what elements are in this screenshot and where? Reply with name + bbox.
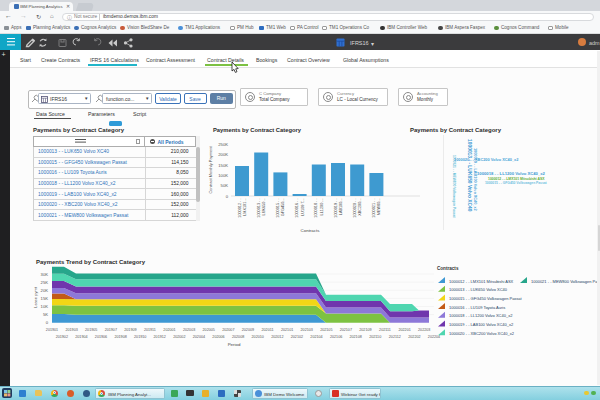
svg-text:202010: 202010 bbox=[252, 335, 264, 339]
svg-text:100K: 100K bbox=[218, 173, 228, 178]
svg-text:202104: 202104 bbox=[310, 335, 322, 339]
svg-text:202005: 202005 bbox=[203, 328, 215, 332]
svg-text:202012: 202012 bbox=[271, 335, 283, 339]
svg-text:202109: 202109 bbox=[359, 328, 371, 332]
svg-text:1000018 - .: 1000018 - . bbox=[314, 199, 318, 218]
svg-text:0: 0 bbox=[46, 320, 49, 325]
svg-text:Period: Period bbox=[228, 342, 241, 347]
svg-text:202101: 202101 bbox=[281, 328, 293, 332]
svg-text:30K: 30K bbox=[41, 272, 49, 277]
svg-text:5K: 5K bbox=[43, 312, 48, 317]
svg-text:1000015 - - GFG450 Volkswagen: 1000015 - - GFG450 Volkswagen Passat bbox=[449, 296, 523, 301]
svg-text:25K: 25K bbox=[41, 280, 49, 285]
svg-text:0: 0 bbox=[226, 194, 229, 199]
svg-text:1000015 - .: 1000015 - . bbox=[276, 199, 280, 218]
svg-text:LL1200 ...: LL1200 ... bbox=[320, 199, 324, 216]
svg-text:1000019 - .: 1000019 - . bbox=[334, 199, 338, 218]
svg-text:202112: 202112 bbox=[389, 335, 401, 339]
svg-text:201905: 201905 bbox=[85, 328, 97, 332]
svg-text:10K: 10K bbox=[41, 304, 49, 309]
svg-text:202111: 202111 bbox=[379, 328, 391, 332]
svg-text:15K: 15K bbox=[41, 296, 49, 301]
svg-text:201904: 201904 bbox=[75, 335, 87, 339]
svg-text:1000016 - .: 1000016 - . bbox=[295, 199, 299, 218]
svg-text:Lease pymt: Lease pymt bbox=[33, 286, 38, 308]
svg-text:201901: 201901 bbox=[46, 328, 58, 332]
svg-text:201908: 201908 bbox=[114, 335, 126, 339]
svg-text:202108: 202108 bbox=[349, 335, 361, 339]
svg-text:202004: 202004 bbox=[193, 335, 205, 339]
svg-text:1000020 - - XBC200 Volvo XC40_: 1000020 - - XBC200 Volvo XC40_x2 bbox=[449, 331, 515, 336]
svg-text:201906: 201906 bbox=[95, 335, 107, 339]
svg-text:1000019 - - LAB100 Volvo XC40_: 1000019 - - LAB100 Volvo XC40_x2 bbox=[449, 322, 514, 327]
svg-text:201902: 201902 bbox=[56, 335, 68, 339]
svg-text:1000021 - - MEW800 Volkswagen: 1000021 - - MEW800 Volkswagen Passat bbox=[531, 279, 600, 284]
svg-text:GFG450...: GFG450... bbox=[281, 199, 285, 217]
svg-text:1000021 - .: 1000021 - . bbox=[372, 199, 376, 218]
svg-text:1000018 - - LL1200 Volvo XC40_: 1000018 - - LL1200 Volvo XC40_x2 bbox=[449, 313, 513, 318]
svg-text:202107: 202107 bbox=[340, 328, 352, 332]
svg-text:202006: 202006 bbox=[212, 335, 224, 339]
svg-text:202002: 202002 bbox=[173, 335, 185, 339]
svg-text:202201: 202201 bbox=[398, 328, 410, 332]
svg-text:202105: 202105 bbox=[320, 328, 332, 332]
svg-text:202011: 202011 bbox=[261, 328, 273, 332]
svg-text:202203: 202203 bbox=[418, 328, 430, 332]
svg-text:202008: 202008 bbox=[232, 335, 244, 339]
svg-text:1000020 - .: 1000020 - . bbox=[353, 199, 357, 218]
svg-text:202102: 202102 bbox=[291, 335, 303, 339]
svg-text:201912: 201912 bbox=[154, 335, 166, 339]
svg-text:201911: 201911 bbox=[144, 328, 156, 332]
svg-text:1000012 - .: 1000012 - . bbox=[238, 199, 242, 218]
svg-text:XBC200...: XBC200... bbox=[358, 199, 362, 216]
svg-text:202001: 202001 bbox=[163, 328, 175, 332]
svg-text:1000013 - - LUK650 Volvo XC40: 1000013 - - LUK650 Volvo XC40 bbox=[449, 287, 508, 292]
svg-text:1000012 - - LMX101 Mitsubishi: 1000012 - - LMX101 Mitsubishi ASX bbox=[449, 279, 514, 284]
svg-text:202003: 202003 bbox=[183, 328, 195, 332]
svg-text:LAB100...: LAB100... bbox=[339, 199, 343, 216]
svg-text:202106: 202106 bbox=[330, 335, 342, 339]
svg-text:LMX101 ..: LMX101 .. bbox=[243, 199, 247, 216]
svg-text:20K: 20K bbox=[41, 288, 49, 293]
svg-text:Contract Monthly Payment: Contract Monthly Payment bbox=[208, 146, 213, 194]
svg-text:250K: 250K bbox=[218, 142, 228, 147]
svg-text:LUK650 ..: LUK650 .. bbox=[262, 199, 266, 216]
svg-text:Contracts: Contracts bbox=[301, 228, 321, 233]
svg-text:50K: 50K bbox=[221, 183, 229, 188]
svg-text:200K: 200K bbox=[218, 152, 228, 157]
svg-text:201907: 201907 bbox=[105, 328, 117, 332]
svg-text:Contracts: Contracts bbox=[437, 266, 459, 271]
svg-text:201910: 201910 bbox=[134, 335, 146, 339]
svg-text:202103: 202103 bbox=[301, 328, 313, 332]
svg-text:202110: 202110 bbox=[369, 335, 381, 339]
svg-text:202202: 202202 bbox=[408, 335, 420, 339]
svg-text:201903: 201903 bbox=[65, 328, 77, 332]
svg-text:201909: 201909 bbox=[124, 328, 136, 332]
svg-text:1000016 - - LU109 Toyota Auris: 1000016 - - LU109 Toyota Auris bbox=[449, 305, 505, 310]
svg-text:LU109 T...: LU109 T... bbox=[301, 199, 305, 216]
svg-text:150K: 150K bbox=[218, 163, 228, 168]
svg-text:MEW80...: MEW80... bbox=[377, 199, 381, 216]
svg-text:202007: 202007 bbox=[222, 328, 234, 332]
svg-text:202009: 202009 bbox=[242, 328, 254, 332]
svg-text:1000013 - .: 1000013 - . bbox=[257, 199, 261, 218]
